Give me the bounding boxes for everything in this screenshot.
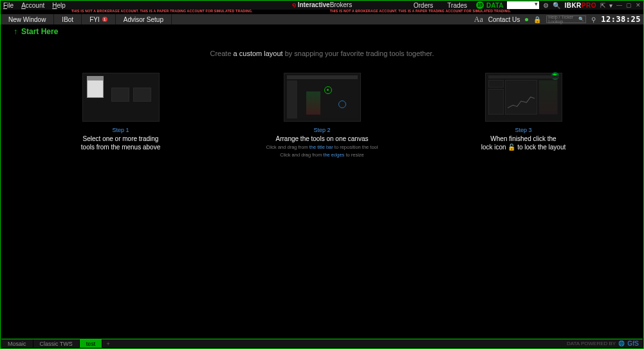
workspace-tab-test[interactable]: test <box>80 339 103 348</box>
contact-us-link[interactable]: Contact Us <box>488 16 520 23</box>
layout-lock-icon[interactable]: 🔒 <box>533 16 541 23</box>
menu-help[interactable]: Help <box>52 2 66 9</box>
magnifier-icon: 🔍 <box>578 17 584 22</box>
resize-handle-icon <box>338 100 346 108</box>
step-3-card: ✱ Step 3 When finished click the lock ic… <box>450 73 598 151</box>
chevron-down-icon[interactable]: ▾ <box>609 2 612 9</box>
move-handle-icon <box>324 86 332 94</box>
trades-link[interactable]: Trades <box>442 2 472 9</box>
app-window: File Account Help Orders Trades 15 DATA … <box>0 0 644 349</box>
step-3-text: When finished click the lock icon 🔓 to l… <box>450 135 598 151</box>
advisor-setup-button[interactable]: Advisor Setup <box>116 14 172 24</box>
workspace-tab-bar: Mosaic Classic TWS test + DATA POWERED B… <box>1 339 643 348</box>
new-window-button[interactable]: New Window <box>1 14 54 24</box>
ibot-button[interactable]: IBot <box>54 14 82 24</box>
ticker-search-input[interactable]: Help / Ticker Lookup🔍 <box>546 15 586 23</box>
step-1-label: Step 1 <box>47 127 195 133</box>
headline: Create a custom layout by snapping your … <box>1 50 643 57</box>
step-1-text: Select one or more tradingtools from the… <box>47 135 195 151</box>
provider-globe-icon: 🌐 <box>618 341 625 346</box>
menu-file[interactable]: File <box>3 2 14 9</box>
fyi-button[interactable]: FYI 1 <box>82 14 116 24</box>
font-size-icon[interactable]: Aa <box>474 15 483 24</box>
window-minimize[interactable]: — <box>616 2 622 8</box>
link-icon[interactable]: ⚲ <box>591 16 596 23</box>
menubar: File Account Help Orders Trades 15 DATA … <box>1 1 643 10</box>
window-close[interactable]: ✕ <box>636 2 641 8</box>
toolbar: New Window IBot FYI 1 Advisor Setup Aa C… <box>1 14 643 25</box>
workspace-tab-mosaic[interactable]: Mosaic <box>1 339 33 348</box>
start-here-hint: ↑ Start Here <box>1 25 643 38</box>
popout-icon[interactable]: ⇱ <box>600 2 605 9</box>
step-2-title: Arrange the tools on one canvas <box>248 135 396 143</box>
ibkr-pro-badge: IBKRPRO <box>564 2 596 9</box>
menu-account[interactable]: Account <box>21 2 44 9</box>
lock-inline-icon: 🔓 <box>508 144 515 151</box>
step-1-thumbnail <box>82 73 160 122</box>
start-here-label: Start Here <box>21 27 58 36</box>
step-2-sub2: Click and drag from the edges to resize <box>248 152 396 158</box>
step-3-label: Step 3 <box>450 127 598 133</box>
clock: 12:38:25 <box>601 15 641 24</box>
orders-link[interactable]: Orders <box>409 2 439 9</box>
arrow-up-icon: ↑ <box>14 27 17 36</box>
market-data-status[interactable]: 15 DATA <box>476 1 503 9</box>
gear-icon[interactable]: ⚙ <box>543 2 549 9</box>
step-2-sub1: Click and drag from the title bar to rep… <box>248 144 396 151</box>
step-2-card: Step 2 Arrange the tools on one canvas C… <box>248 73 396 158</box>
step-2-label: Step 2 <box>248 127 396 133</box>
window-maximize[interactable]: ▢ <box>626 2 632 8</box>
data-label: DATA <box>486 2 503 9</box>
fyi-badge: 1 <box>102 17 107 22</box>
workspace-tab-classic-tws[interactable]: Classic TWS <box>33 339 80 348</box>
step-3-thumbnail: ✱ <box>485 73 562 122</box>
data-count-badge: 15 <box>476 1 484 9</box>
search-icon[interactable]: 🔍 <box>553 2 560 9</box>
add-workspace-button[interactable]: + <box>102 339 113 348</box>
account-selector[interactable] <box>507 1 539 9</box>
step-1-card: Step 1 Select one or more tradingtools f… <box>47 73 195 151</box>
main-content: Create a custom layout by snapping your … <box>1 38 643 348</box>
data-provider-credit: DATA POWERED BY 🌐 GfS <box>567 339 643 348</box>
connection-status-icon <box>525 18 528 21</box>
step-2-thumbnail <box>284 73 361 122</box>
